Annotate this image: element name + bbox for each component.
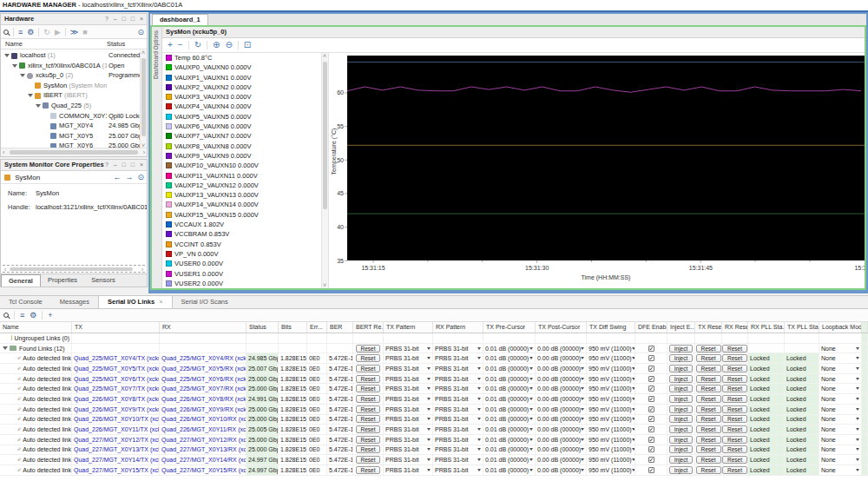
- tree-item-sysmon[interactable]: SysMon (System Monitor): [1, 81, 147, 91]
- tx-post-cursor-select[interactable]: 0.00 dB (00000): [537, 374, 584, 384]
- rx-endpoint-link[interactable]: Quad_227/MGT_X0Y14/RX (xcku5p_0): [160, 455, 247, 465]
- tx-endpoint-link[interactable]: Quad_226/MGT_X0Y11/TX (xcku5p_0): [72, 425, 160, 434]
- table-row-link-5[interactable]: ∞Auto detected link 5Quad_226/MGT_X0Y9/T…: [0, 405, 868, 415]
- expander-icon[interactable]: [28, 94, 33, 97]
- tree-item-common-x0y1[interactable]: COMMON_X0Y1Qpll0 Locked: [1, 111, 147, 122]
- tx-diff-swing-select[interactable]: 950 mV (11000): [589, 364, 633, 373]
- rx-endpoint-link[interactable]: Quad_225/MGT_X0Y5/RX (xcku5p_0): [160, 364, 247, 373]
- properties-window-icons[interactable]: ? – □ □ ×: [105, 160, 145, 170]
- inject-error-button[interactable]: Inject: [669, 425, 694, 433]
- loopback-mode-select[interactable]: None: [821, 455, 859, 465]
- rx-reset-button[interactable]: Reset: [722, 385, 747, 392]
- tx-pre-cursor-select[interactable]: 0.01 dB (00000): [485, 384, 533, 393]
- inject-error-button[interactable]: Inject: [669, 466, 694, 474]
- tx-diff-swing-select[interactable]: 950 mV (11000): [589, 455, 633, 465]
- scroll-down-icon[interactable]: ˅: [323, 282, 326, 288]
- tx-pattern-select[interactable]: PRBS 31-bit: [385, 353, 431, 363]
- tx-pattern-select[interactable]: PRBS 31-bit: [385, 394, 431, 404]
- tab-properties[interactable]: Properties: [41, 274, 84, 287]
- rx-reset-button[interactable]: Reset: [722, 405, 747, 413]
- tx-endpoint-link[interactable]: Quad_225/MGT_X0Y6/TX (xcku5p_0): [72, 374, 160, 384]
- table-row-link-3[interactable]: ∞Auto detected link 3Quad_225/MGT_X0Y7/T…: [0, 384, 868, 394]
- bert-reset-button[interactable]: Reset: [356, 415, 381, 423]
- tx-pre-cursor-select[interactable]: 0.01 dB (00000): [485, 425, 533, 434]
- bert-reset-button[interactable]: Reset: [356, 425, 381, 433]
- rx-endpoint-link[interactable]: Quad_227/MGT_X0Y13/RX (xcku5p_0): [160, 445, 247, 455]
- rx-endpoint-link[interactable]: Quad_225/MGT_X0Y7/RX (xcku5p_0): [160, 384, 247, 393]
- hardware-window-icons[interactable]: ? – □ □ ×: [105, 14, 145, 24]
- dfe-enabled-checkbox[interactable]: ✓: [648, 355, 654, 361]
- zoom-out-icon[interactable]: ⊖: [225, 41, 232, 49]
- close-tab-icon[interactable]: ×: [159, 298, 162, 306]
- table-row-link-8[interactable]: ∞Auto detected link 8Quad_227/MGT_X0Y12/…: [0, 435, 868, 445]
- rx-reset-button[interactable]: Reset: [722, 375, 747, 383]
- rx-endpoint-link[interactable]: Quad_226/MGT_X0Y8/RX (xcku5p_0): [160, 394, 247, 404]
- legend-vscrollbar[interactable]: ˄ ˅: [321, 53, 329, 288]
- loopback-mode-select[interactable]: None: [821, 394, 859, 404]
- tx-pattern-select[interactable]: PRBS 31-bit: [385, 445, 431, 455]
- rx-reset-button[interactable]: Reset: [722, 425, 747, 433]
- tx-endpoint-link[interactable]: Quad_227/MGT_X0Y13/TX (xcku5p_0): [72, 445, 160, 455]
- loopback-mode-select[interactable]: None: [821, 364, 859, 373]
- legend-item-vauxp13_vauxn13[interactable]: VAUXP13_VAUXN13 0.000V: [162, 190, 321, 200]
- tree-item-mgt-x0y6[interactable]: MGT_X0Y625.000 Gbps: [1, 141, 147, 148]
- loopback-mode-select[interactable]: None: [821, 374, 859, 384]
- column-header-name[interactable]: Name: [0, 322, 72, 333]
- tx-reset-button[interactable]: Reset: [696, 405, 721, 413]
- table-row-link-7[interactable]: ∞Auto detected link 7Quad_226/MGT_X0Y11/…: [0, 425, 868, 435]
- table-row-link-1[interactable]: ∞Auto detected link 1Quad_225/MGT_X0Y5/T…: [0, 364, 868, 374]
- refresh-icon[interactable]: ↻: [194, 41, 201, 49]
- tx-endpoint-link[interactable]: Quad_227/MGT_X0Y14/TX (xcku5p_0): [72, 455, 160, 465]
- tx-diff-swing-select[interactable]: 950 mV (11000): [589, 394, 633, 404]
- tab-serial-io-links[interactable]: Serial I/O Links×: [98, 296, 173, 308]
- tx-pattern-select[interactable]: PRBS 31-bit: [385, 344, 431, 353]
- legend-item-vuser1[interactable]: VUSER1 0.000V: [162, 269, 321, 279]
- loopback-mode-select[interactable]: None: [821, 425, 859, 434]
- tx-diff-swing-select[interactable]: 950 mV (11000): [589, 374, 633, 384]
- table-row-link-0[interactable]: ∞Auto detected link 0Quad_225/MGT_X0Y4/T…: [0, 353, 868, 364]
- tab-serial-io-scans[interactable]: Serial I/O Scans: [173, 296, 237, 308]
- tx-reset-button[interactable]: Reset: [696, 385, 721, 392]
- legend-item-vauxp12_vauxn12[interactable]: VAUXP12_VAUXN12 0.000V: [162, 181, 321, 190]
- scroll-left-icon[interactable]: ‹: [4, 267, 6, 273]
- settings-icon[interactable]: ⚙: [30, 311, 36, 320]
- tx-post-cursor-select[interactable]: 0.00 dB (00000): [537, 465, 584, 475]
- refresh-icon[interactable]: ↻: [43, 28, 50, 36]
- tx-post-cursor-select[interactable]: 0.00 dB (00000): [537, 364, 584, 373]
- dfe-enabled-checkbox[interactable]: ✓: [648, 416, 654, 422]
- inject-error-button[interactable]: Inject: [669, 345, 694, 353]
- column-header-ber[interactable]: BER: [327, 322, 353, 333]
- legend-item-vccaux[interactable]: VCCAUX 1.802V: [162, 220, 321, 229]
- scroll-up-icon[interactable]: ˄: [323, 53, 326, 59]
- zoom-fit-icon[interactable]: ⊡: [244, 41, 251, 49]
- legend-item-vp_vn[interactable]: VP_VN 0.000V: [162, 249, 321, 259]
- bert-reset-button[interactable]: Reset: [356, 354, 381, 362]
- rx-pattern-select[interactable]: PRBS 31-bit: [435, 394, 481, 404]
- legend-item-vauxp15_vauxn15[interactable]: VAUXP15_VAUXN15 0.000V: [162, 210, 321, 220]
- legend-item-vauxp3_vauxn3[interactable]: VAUXP3_VAUXN3 0.000V: [162, 92, 321, 102]
- loopback-mode-select[interactable]: None: [821, 415, 859, 425]
- stop-icon[interactable]: ■: [82, 28, 87, 36]
- scroll-right-icon[interactable]: ›: [141, 267, 143, 273]
- rx-reset-button[interactable]: Reset: [722, 445, 747, 453]
- rx-pattern-select[interactable]: PRBS 31-bit: [435, 445, 481, 455]
- rx-endpoint-link[interactable]: Quad_226/MGT_X0Y10/RX (xcku5p_0): [160, 415, 247, 425]
- bert-reset-button[interactable]: Reset: [356, 436, 381, 444]
- tab-dashboard-1[interactable]: dashboard_1: [152, 14, 208, 25]
- tx-reset-button[interactable]: Reset: [696, 415, 721, 423]
- column-header-loopback-mode[interactable]: Loopback Mode: [819, 322, 862, 333]
- expander-icon[interactable]: [4, 54, 10, 57]
- inject-error-button[interactable]: Inject: [669, 445, 694, 453]
- rx-pattern-select[interactable]: PRBS 31-bit: [435, 374, 481, 384]
- legend-item-vauxp9_vauxn9[interactable]: VAUXP9_VAUXN9 0.000V: [162, 151, 321, 161]
- tx-diff-swing-select[interactable]: 950 mV (11000): [589, 405, 633, 414]
- tree-item-xilinx-tcf-xilinx-0abc01a[interactable]: xilinx_tcf/Xilinx/0ABC01A (1)Open: [1, 61, 147, 71]
- column-header-bert-re-[interactable]: BERT Re...: [353, 322, 384, 333]
- table-row-link-4[interactable]: ∞Auto detected link 4Quad_226/MGT_X0Y8/T…: [0, 394, 868, 405]
- table-row-link-2[interactable]: ∞Auto detected link 2Quad_225/MGT_X0Y6/T…: [0, 374, 868, 385]
- column-header-tx-diff-swing[interactable]: TX Diff Swing: [587, 322, 635, 333]
- rx-endpoint-link[interactable]: Quad_225/MGT_X0Y4/RX (xcku5p_0): [160, 353, 247, 363]
- rx-pattern-select[interactable]: PRBS 31-bit: [435, 415, 481, 425]
- properties-hscrollbar[interactable]: ‹ ›: [3, 265, 145, 273]
- minus-icon[interactable]: −: [178, 41, 183, 49]
